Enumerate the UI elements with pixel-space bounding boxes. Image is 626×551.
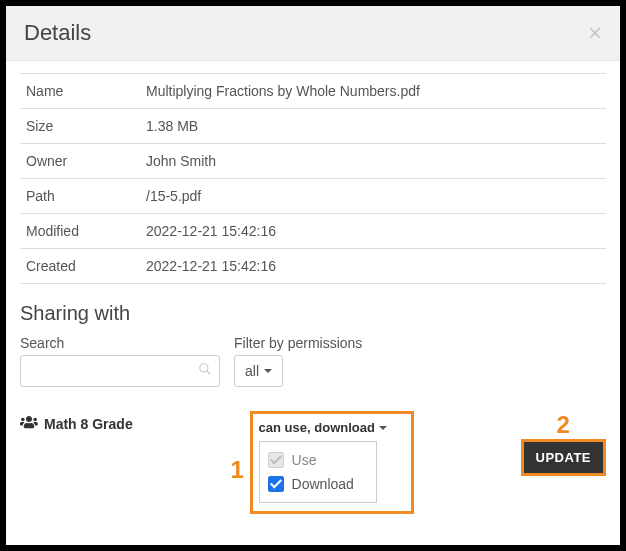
permission-summary-text: can use, download [259, 420, 375, 435]
sharing-title: Sharing with [20, 302, 606, 325]
update-button[interactable]: Update [521, 439, 606, 476]
permission-summary-dropdown[interactable]: can use, download [259, 414, 405, 441]
permission-option-label: Use [292, 452, 317, 468]
table-row: Created 2022-12-21 15:42:16 [20, 249, 606, 284]
permission-block: 1 can use, download Use Download [250, 411, 414, 514]
table-row: Path /15-5.pdf [20, 179, 606, 214]
svg-line-1 [207, 371, 211, 375]
detail-key: Path [20, 179, 140, 214]
close-icon[interactable]: × [588, 21, 602, 45]
callout-two: 2 [557, 411, 570, 439]
modal-window: Details × Name Multiplying Fractions by … [0, 0, 626, 551]
permission-option-download[interactable]: Download [268, 472, 368, 496]
shared-group: Math 8 Grade [20, 415, 133, 432]
detail-value: Multiplying Fractions by Whole Numbers.p… [140, 74, 606, 109]
permission-menu: Use Download [259, 441, 377, 503]
chevron-down-icon [379, 426, 387, 430]
detail-value: 2022-12-21 15:42:16 [140, 249, 606, 284]
search-input[interactable] [20, 355, 220, 387]
search-wrap [20, 355, 220, 387]
table-row: Size 1.38 MB [20, 109, 606, 144]
checkbox-use[interactable] [268, 452, 284, 468]
chevron-down-icon [264, 369, 272, 373]
group-name: Math 8 Grade [44, 416, 133, 432]
permission-filter-dropdown[interactable]: all [234, 355, 283, 387]
details-table: Name Multiplying Fractions by Whole Numb… [20, 73, 606, 284]
detail-key: Size [20, 109, 140, 144]
modal-body: Name Multiplying Fractions by Whole Numb… [6, 73, 620, 528]
modal-header: Details × [6, 6, 620, 61]
table-row: Modified 2022-12-21 15:42:16 [20, 214, 606, 249]
detail-key: Modified [20, 214, 140, 249]
filter-value: all [245, 363, 259, 379]
detail-value: /15-5.pdf [140, 179, 606, 214]
detail-value: John Smith [140, 144, 606, 179]
search-label: Search [20, 335, 220, 351]
filter-group: Filter by permissions all [234, 335, 362, 387]
filter-label: Filter by permissions [234, 335, 362, 351]
detail-key: Created [20, 249, 140, 284]
share-row: Math 8 Grade 1 can use, download Use Dow… [20, 411, 606, 514]
callout-one: 1 [231, 456, 244, 484]
permission-option-use[interactable]: Use [268, 448, 368, 472]
table-row: Owner John Smith [20, 144, 606, 179]
search-icon[interactable] [198, 362, 212, 380]
checkbox-download[interactable] [268, 476, 284, 492]
detail-value: 1.38 MB [140, 109, 606, 144]
group-icon [20, 415, 38, 432]
permission-option-label: Download [292, 476, 354, 492]
svg-point-0 [200, 364, 208, 372]
detail-value: 2022-12-21 15:42:16 [140, 214, 606, 249]
detail-key: Owner [20, 144, 140, 179]
search-group: Search [20, 335, 220, 387]
table-row: Name Multiplying Fractions by Whole Numb… [20, 74, 606, 109]
modal-title: Details [24, 20, 91, 46]
detail-key: Name [20, 74, 140, 109]
update-wrap: 2 Update [521, 439, 606, 476]
filter-row: Search Filter by permissions all [20, 335, 606, 387]
